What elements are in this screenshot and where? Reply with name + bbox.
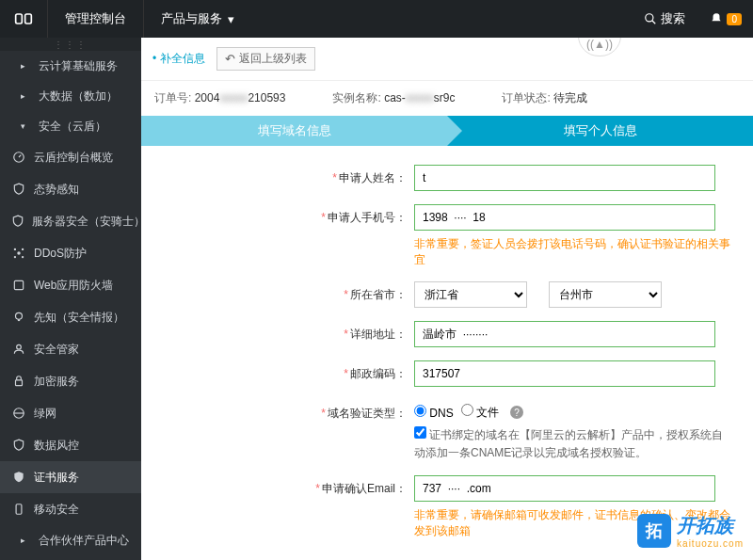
sidebar-item[interactable]: 云盾控制台概览 [0, 141, 141, 173]
sidebar-item-label: 移动安全 [34, 502, 79, 518]
svg-point-14 [17, 344, 22, 349]
sidebar-group[interactable]: 安全（云盾） [0, 111, 141, 141]
verify-file-radio[interactable]: 文件 [461, 404, 499, 421]
order-number: 订单号: 2004xxxxx210593 [154, 90, 285, 106]
chevron-down-icon: ▾ [228, 12, 234, 26]
instance-name: 实例名称: cas-xxxxxsr9c [332, 90, 455, 106]
sidebar-item[interactable]: 态势感知 [0, 173, 141, 205]
order-meta: 订单号: 2004xxxxx210593 实例名称: cas-xxxxxsr9c… [141, 81, 753, 116]
verify-auth-checkbox[interactable] [414, 426, 426, 439]
city-select[interactable]: 台州市 [549, 281, 662, 308]
email-label: 申请确认Email： [322, 482, 407, 495]
sidebar-drag-handle[interactable]: ⋮⋮⋮ [0, 38, 141, 51]
console-title[interactable]: 管理控制台 [47, 0, 143, 38]
sidebar: ⋮⋮⋮ 云计算基础服务大数据（数加）安全（云盾） 云盾控制台概览态势感知服务器安… [0, 38, 141, 560]
waf-icon [11, 278, 26, 293]
address-input[interactable] [414, 321, 715, 347]
search-label: 搜索 [661, 10, 685, 27]
lock-icon [11, 374, 26, 389]
sidebar-item[interactable]: 先知（安全情报） [0, 301, 141, 333]
applicant-phone-input[interactable] [414, 204, 715, 231]
province-label: 所在省市： [350, 288, 407, 301]
breadcrumb-current: • 补全信息 [152, 51, 205, 67]
user-shield-icon [11, 342, 26, 357]
products-label: 产品与服务 [161, 10, 222, 27]
sidebar-item-label: 服务器安全（安骑士） [32, 214, 141, 230]
gauge-icon [11, 150, 26, 165]
svg-rect-0 [16, 14, 23, 24]
cert-icon [11, 470, 26, 485]
search-button[interactable]: 搜索 [631, 10, 698, 27]
bulb-icon [11, 310, 26, 325]
postal-input[interactable] [414, 360, 715, 387]
notifications[interactable]: 0 [698, 12, 753, 25]
net-icon [11, 406, 26, 421]
step-personal-info[interactable]: 填写个人信息 [447, 116, 753, 146]
sidebar-item-label: 态势感知 [34, 182, 79, 198]
svg-rect-18 [16, 504, 22, 515]
sidebar-item-label: 绿网 [34, 406, 56, 422]
svg-point-8 [22, 248, 24, 250]
svg-rect-15 [16, 380, 23, 386]
applicant-name-input[interactable] [414, 165, 715, 191]
sidebar-item-label: 加密服务 [34, 374, 79, 390]
svg-point-12 [16, 312, 23, 319]
email-hint: 非常重要，请确保邮箱可收发邮件，证书信息的确认、变改都会发到该邮箱 [414, 507, 734, 539]
sidebar-group[interactable]: 域名与网站（万网） [0, 555, 141, 560]
applicant-name-label: 申请人姓名： [339, 171, 407, 184]
sidebar-group[interactable]: 大数据（数加） [0, 81, 141, 111]
address-label: 详细地址： [350, 328, 407, 341]
ddos-icon [11, 246, 26, 261]
breadcrumb: • 补全信息 返回上级列表 [141, 38, 753, 81]
sidebar-item-label: Web应用防火墙 [34, 278, 113, 294]
postal-label: 邮政编码： [350, 367, 407, 380]
province-select[interactable]: 浙江省 [414, 281, 527, 308]
products-menu[interactable]: 产品与服务 ▾ [143, 0, 251, 38]
svg-point-2 [646, 14, 653, 22]
svg-rect-1 [25, 14, 32, 24]
svg-point-7 [14, 248, 16, 250]
svg-rect-11 [14, 280, 23, 289]
topbar: 管理控制台 产品与服务 ▾ 搜索 0 [0, 0, 753, 38]
back-button[interactable]: 返回上级列表 [216, 47, 315, 71]
svg-point-6 [17, 251, 21, 255]
sidebar-item[interactable]: DDoS防护 [0, 237, 141, 269]
sidebar-item[interactable]: 绿网 [0, 397, 141, 429]
sidebar-group[interactable]: 合作伙伴产品中心 [0, 525, 141, 555]
sidebar-item-label: 数据风控 [34, 438, 79, 454]
sidebar-item-label: 先知（安全情报） [34, 310, 124, 326]
sidebar-item[interactable]: 数据风控 [0, 429, 141, 461]
bell-icon [710, 12, 723, 25]
verify-note: 证书绑定的域名在【阿里云的云解析】产品中，授权系统自动添加一条CNAME记录以完… [414, 426, 734, 462]
svg-line-5 [19, 155, 21, 157]
verify-dns-radio[interactable]: DNS [414, 405, 454, 420]
step-bar: 填写域名信息 填写个人信息 [141, 116, 753, 146]
svg-point-10 [22, 256, 24, 258]
shield-eye-icon [11, 182, 26, 197]
sidebar-item[interactable]: Web应用防火墙 [0, 269, 141, 301]
phone-hint: 非常重要，签证人员会拨打该电话号码，确认证书验证的相关事宜 [414, 236, 734, 268]
sidebar-item[interactable]: 加密服务 [0, 365, 141, 397]
search-icon [644, 12, 657, 25]
step-domain-info[interactable]: 填写域名信息 [141, 116, 447, 146]
sidebar-item[interactable]: 证书服务 [0, 461, 141, 493]
sidebar-item[interactable]: 服务器安全（安骑士） [0, 205, 141, 237]
sidebar-item-label: 云盾控制台概览 [34, 150, 113, 166]
logo-icon[interactable] [0, 9, 47, 28]
sidebar-item[interactable]: 移动安全 [0, 493, 141, 525]
help-icon[interactable]: ? [510, 406, 523, 419]
svg-point-9 [14, 256, 16, 258]
sidebar-item-label: DDoS防护 [34, 246, 87, 262]
applicant-phone-label: 申请人手机号： [328, 211, 407, 224]
main-content: ((▲)) • 补全信息 返回上级列表 订单号: 2004xxxxx210593… [141, 38, 753, 560]
notification-badge: 0 [727, 13, 742, 25]
watermark-en: kaituozu.com [677, 538, 744, 549]
sidebar-item[interactable]: 安全管家 [0, 333, 141, 365]
order-status: 订单状态: 待完成 [502, 90, 587, 106]
email-input[interactable] [414, 475, 715, 502]
shield-icon [11, 214, 24, 229]
personal-info-form: *申请人姓名： *申请人手机号： 非常重要，签证人员会拨打该电话号码，确认证书验… [141, 146, 753, 539]
sidebar-group[interactable]: 云计算基础服务 [0, 51, 141, 81]
svg-line-3 [652, 21, 656, 24]
sidebar-item-label: 证书服务 [34, 470, 79, 486]
